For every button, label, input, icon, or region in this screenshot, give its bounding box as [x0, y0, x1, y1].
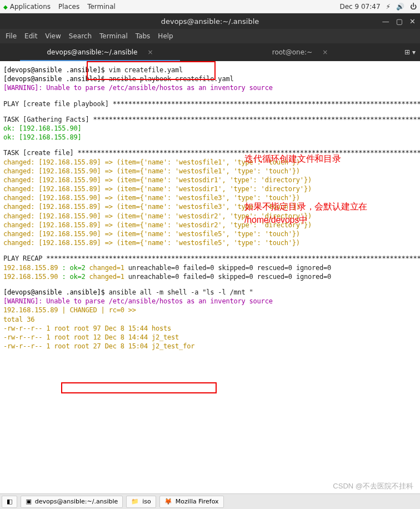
menu-tabs[interactable]: Tabs	[136, 32, 151, 40]
tab-devops-ansible[interactable]: devops@ansible:~/.ansible ×	[0, 43, 200, 61]
changed-line: changed: [192.168.155.90] => (item={'nam…	[3, 167, 417, 176]
task-header: TASK [create file] *********************…	[3, 148, 417, 157]
window-titlebar: devops@ansible:~/.ansible — ▢ ✕	[0, 13, 420, 29]
menu-places[interactable]: Places	[58, 3, 79, 11]
menu-help[interactable]: Help	[158, 32, 173, 40]
menu-terminal[interactable]: Terminal	[87, 3, 116, 11]
task-header: TASK [Gathering Facts] *****************…	[3, 115, 417, 124]
ok-line: ok: [192.168.155.90]	[3, 124, 417, 133]
volume-icon[interactable]: 🔊	[396, 3, 404, 11]
play-header: PLAY [create file playbook] ************…	[3, 99, 417, 108]
watermark: CSDN @不去医院不挂科	[333, 481, 413, 491]
menu-search[interactable]: Search	[69, 32, 92, 40]
changed-line: changed: [192.168.155.90] => (item={'nam…	[3, 229, 417, 238]
menu-file[interactable]: File	[6, 32, 17, 40]
minimize-button[interactable]: —	[382, 17, 389, 26]
tab-close-icon[interactable]: ×	[322, 48, 328, 56]
command-text: ansible-playbook createfile.yaml	[109, 75, 234, 83]
ls-line: total 36	[3, 315, 417, 324]
changed-header: 192.168.155.89 | CHANGED | rc=0 >>	[3, 306, 417, 315]
taskbar-label: devops@ansible:~/.ansible	[35, 498, 118, 505]
taskbar-item-firefox[interactable]: 🦊 Mozilla Firefox	[159, 496, 224, 508]
tab-root-one[interactable]: root@one:~ ×	[200, 43, 400, 61]
close-button[interactable]: ✕	[409, 17, 416, 26]
taskbar-item-iso[interactable]: 📁 iso	[126, 496, 156, 508]
clock[interactable]: Dec 9 07:47	[339, 3, 380, 11]
annotation-text-2: 如果不指定目录，会默认建立在 /home/devops中	[244, 200, 367, 227]
changed-line: changed: [192.168.155.89] => (item={'nam…	[3, 184, 417, 193]
desktop-taskbar: ◧ ▣ devops@ansible:~/.ansible 📁 iso 🦊 Mo…	[0, 493, 420, 509]
folder-icon: 📁	[131, 498, 139, 505]
warning-line: [WARNING]: Unable to parse /etc/ansible/…	[3, 297, 417, 306]
desktop-top-panel: Applications Places Terminal Dec 9 07:47…	[0, 0, 420, 13]
changed-line: changed: [192.168.155.90] => (item={'nam…	[3, 176, 417, 184]
firefox-icon: 🦊	[164, 498, 172, 505]
tab-close-icon[interactable]: ×	[147, 48, 153, 56]
tab-label: devops@ansible:~/.ansible	[47, 48, 137, 56]
annotation-box-shell-cmd	[61, 382, 217, 393]
ls-line: -rw-r--r-- 1 root root 97 Dec 8 15:44 ho…	[3, 324, 417, 333]
recap-line: 192.168.155.90 : ok=2 changed=1 unreacha…	[3, 272, 417, 281]
recap-header: PLAY RECAP *****************************…	[3, 254, 417, 263]
terminal-output[interactable]: 迭代循环创建文件和目录 如果不指定目录，会默认建立在 /home/devops中…	[0, 61, 420, 493]
menu-view[interactable]: View	[45, 32, 61, 40]
menu-terminal-sub[interactable]: Terminal	[99, 32, 128, 40]
warning-line: [WARNING]: Unable to parse /etc/ansible/…	[3, 83, 417, 92]
menu-applications[interactable]: Applications	[3, 3, 51, 11]
power-icon[interactable]: ⏻	[410, 3, 417, 11]
command-text: ansible all -m shell -a "ls -l /mnt "	[109, 288, 253, 296]
changed-line: changed: [192.168.155.89] => (item={'nam…	[3, 158, 417, 167]
command-text: vim createfile.yaml	[109, 66, 183, 74]
annotation-text-1: 迭代循环创建文件和目录	[244, 153, 341, 165]
changed-line: changed: [192.168.155.89] => (item={'nam…	[3, 238, 417, 247]
ls-line: -rw-r--r-- 1 root root 27 Dec 8 15:04 j2…	[3, 342, 417, 351]
network-icon[interactable]: ⚡	[386, 3, 391, 11]
taskbar-show-desktop[interactable]: ◧	[2, 496, 17, 508]
taskbar-label: Mozilla Firefox	[176, 498, 219, 505]
terminal-tabbar: devops@ansible:~/.ansible × root@one:~ ×…	[0, 43, 420, 61]
menu-edit[interactable]: Edit	[24, 32, 37, 40]
new-tab-button[interactable]: ⊞ ▾	[400, 43, 420, 61]
terminal-icon: ▣	[26, 498, 31, 505]
terminal-menubar: File Edit View Search Terminal Tabs Help	[0, 29, 420, 43]
taskbar-label: iso	[142, 498, 151, 505]
prompt: [devops@ansible .ansible]$	[3, 66, 109, 74]
ok-line: ok: [192.168.155.89]	[3, 133, 417, 142]
recap-line: 192.168.155.89 : ok=2 changed=1 unreacha…	[3, 263, 417, 272]
maximize-button[interactable]: ▢	[396, 17, 403, 26]
prompt: [devops@ansible .ansible]$	[3, 288, 109, 296]
ls-line: -rw-r--r-- 1 root root 12 Dec 8 14:44 j2…	[3, 333, 417, 342]
prompt: [devops@ansible .ansible]$	[3, 75, 109, 83]
window-title: devops@ansible:~/.ansible	[161, 17, 259, 26]
taskbar-item-terminal[interactable]: ▣ devops@ansible:~/.ansible	[21, 496, 123, 508]
tab-label: root@one:~	[272, 48, 313, 56]
